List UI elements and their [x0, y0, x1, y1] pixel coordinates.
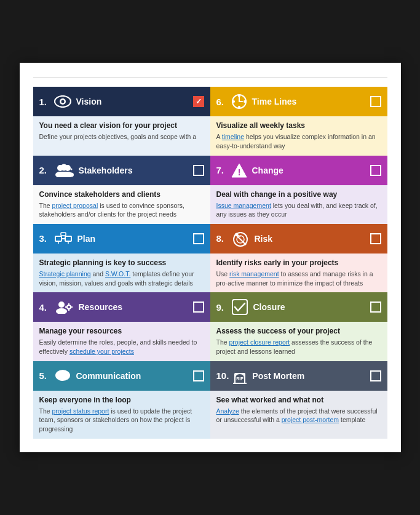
- item-header-5: 3. Plan: [33, 224, 210, 254]
- item-description: Analyze the elements of the project that…: [216, 407, 381, 425]
- body-link[interactable]: project post-mortem: [282, 416, 339, 423]
- item-number: 1.: [39, 97, 50, 107]
- item-number: 7.: [216, 165, 228, 175]
- item-checkbox[interactable]: [193, 233, 204, 244]
- body-link[interactable]: Analyze: [216, 407, 239, 415]
- item-heading: Strategic planning is key to success: [39, 258, 204, 267]
- item-description: Define your projects objectives, goals a…: [39, 132, 204, 142]
- item-heading: Assess the success of your project: [216, 327, 381, 335]
- body-link[interactable]: schedule your projects: [69, 348, 134, 355]
- item-body-2: Visualize all weekly tasksA timeline hel…: [210, 116, 387, 155]
- svg-point-8: [232, 100, 235, 103]
- item-label: Post Mortem: [252, 371, 370, 381]
- item-checkbox[interactable]: [370, 233, 381, 244]
- item-heading: Identify risks early in your projects: [216, 258, 381, 267]
- item-header-10: 10. RIP Post Mortem: [210, 361, 387, 391]
- svg-rect-20: [55, 236, 61, 241]
- svg-point-6: [238, 95, 240, 97]
- item-checkbox[interactable]: [193, 301, 204, 313]
- item-label: Plan: [77, 234, 193, 244]
- item-description: Easily determine the roles, people, and …: [39, 338, 204, 356]
- svg-point-32: [58, 301, 65, 308]
- svg-rect-21: [65, 236, 71, 241]
- warning-icon: !: [231, 162, 247, 178]
- checklist-item-3: 2. StakeholdersConvince stakeholders and…: [33, 156, 210, 224]
- body-link[interactable]: S.W.O.T.: [105, 270, 130, 277]
- item-body-9: Keep everyone in the loopThe project sta…: [33, 391, 210, 439]
- item-label: Closure: [253, 302, 370, 312]
- body-link[interactable]: Issue management: [216, 202, 271, 209]
- item-body-4: Deal with change in a positive wayIssue …: [210, 185, 387, 224]
- item-header-8: 9. Closure: [210, 292, 387, 322]
- item-label: Change: [252, 166, 370, 175]
- checklist-item-4: 7. ! ChangeDeal with change in a positiv…: [210, 156, 387, 224]
- item-checkbox[interactable]: [370, 165, 381, 176]
- item-label: Time Lines: [252, 97, 370, 106]
- item-checkbox[interactable]: ✓: [193, 96, 204, 107]
- checklist-item-8: 9. ClosureAssess the success of your pro…: [210, 292, 387, 361]
- item-label: Resources: [79, 302, 193, 312]
- item-label: Communication: [76, 371, 193, 381]
- body-link[interactable]: project status report: [52, 407, 109, 415]
- item-number: 10.: [216, 370, 229, 381]
- item-checkbox[interactable]: [193, 370, 204, 381]
- page-title: [33, 75, 387, 78]
- item-description: The project closure report assesses the …: [216, 338, 381, 356]
- item-heading: Visualize all weekly tasks: [216, 121, 381, 130]
- svg-point-7: [238, 106, 240, 108]
- item-checkbox[interactable]: [370, 301, 381, 313]
- body-link[interactable]: project proposal: [52, 202, 98, 209]
- item-description: Issue management lets you deal with, and…: [216, 201, 381, 219]
- item-label: Stakeholders: [79, 166, 193, 175]
- checklist-item-2: 6. Time LinesVisualize all weekly tasksA…: [210, 87, 387, 155]
- clock-icon: [231, 94, 247, 110]
- checklist-item-7: 4. ResourcesManage your resourcesEasily …: [33, 292, 210, 361]
- item-heading: See what worked and what not: [216, 396, 381, 404]
- svg-point-33: [56, 308, 67, 314]
- item-checkbox[interactable]: [370, 370, 381, 381]
- item-description: A timeline helps you visualize complex i…: [216, 132, 381, 150]
- svg-point-34: [67, 305, 71, 309]
- eye-icon: [54, 95, 71, 108]
- item-header-2: 6. Time Lines: [210, 87, 387, 116]
- item-checkbox[interactable]: [193, 165, 204, 176]
- svg-point-14: [60, 164, 67, 170]
- item-body-6: Identify risks early in your projectsUse…: [210, 254, 387, 292]
- item-checkbox[interactable]: [370, 96, 381, 107]
- item-description: Strategic planning and S.W.O.T. template…: [39, 269, 204, 287]
- item-body-7: Manage your resourcesEasily determine th…: [33, 322, 210, 361]
- checklist-item-1: 1. Vision✓You need a clear vision for yo…: [33, 87, 210, 155]
- item-header-7: 4. Resources: [33, 292, 210, 322]
- item-label: Risk: [255, 234, 370, 244]
- item-number: 8.: [216, 233, 228, 244]
- item-heading: Deal with change in a positive way: [216, 190, 381, 199]
- tombstone-icon: RIP: [232, 367, 247, 385]
- users-icon: [54, 164, 74, 177]
- risk-icon: [231, 231, 250, 247]
- svg-point-2: [61, 100, 64, 103]
- item-heading: Keep everyone in the loop: [39, 396, 204, 404]
- body-link[interactable]: Strategic planning: [39, 270, 91, 277]
- item-heading: Convince stakeholders and clients: [39, 190, 204, 199]
- item-header-1: 1. Vision✓: [33, 87, 210, 116]
- svg-text:RIP: RIP: [237, 377, 244, 381]
- item-heading: Manage your resources: [39, 327, 204, 335]
- item-header-4: 7. ! Change: [210, 156, 387, 185]
- item-number: 3.: [39, 233, 50, 244]
- checklist-grid: 1. Vision✓You need a clear vision for yo…: [33, 87, 387, 439]
- resources-icon: [54, 300, 74, 314]
- item-header-6: 8. Risk: [210, 224, 387, 254]
- svg-point-40: [55, 370, 70, 381]
- item-header-9: 5. Communication: [33, 361, 210, 391]
- item-body-10: See what worked and what notAnalyze the …: [210, 391, 387, 439]
- page: 1. Vision✓You need a clear vision for yo…: [20, 63, 401, 452]
- checklist-item-5: 3. PlanStrategic planning is key to succ…: [33, 224, 210, 292]
- item-body-5: Strategic planning is key to successStra…: [33, 254, 210, 292]
- item-body-1: You need a clear vision for your project…: [33, 116, 210, 155]
- item-heading: You need a clear vision for your project: [39, 121, 204, 130]
- plan-icon: [54, 231, 73, 246]
- body-link[interactable]: timeline: [222, 133, 244, 140]
- body-link[interactable]: risk management: [229, 270, 279, 277]
- body-link[interactable]: project closure report: [229, 338, 290, 346]
- checkmark-icon: [231, 298, 248, 316]
